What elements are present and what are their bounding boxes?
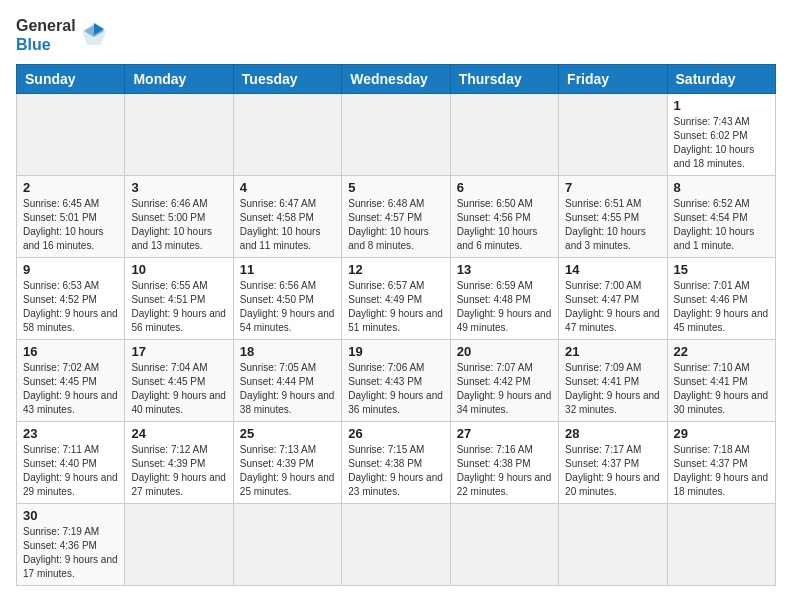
day-number: 26 <box>348 426 443 441</box>
header: General Blue <box>16 16 776 54</box>
calendar-cell: 5Sunrise: 6:48 AM Sunset: 4:57 PM Daylig… <box>342 176 450 258</box>
weekday-header-row: SundayMondayTuesdayWednesdayThursdayFrid… <box>17 65 776 94</box>
calendar-cell <box>342 504 450 586</box>
calendar-cell: 11Sunrise: 6:56 AM Sunset: 4:50 PM Dayli… <box>233 258 341 340</box>
day-info: Sunrise: 6:51 AM Sunset: 4:55 PM Dayligh… <box>565 197 660 253</box>
calendar-cell: 25Sunrise: 7:13 AM Sunset: 4:39 PM Dayli… <box>233 422 341 504</box>
day-info: Sunrise: 7:05 AM Sunset: 4:44 PM Dayligh… <box>240 361 335 417</box>
day-number: 10 <box>131 262 226 277</box>
day-info: Sunrise: 6:56 AM Sunset: 4:50 PM Dayligh… <box>240 279 335 335</box>
calendar-cell <box>125 504 233 586</box>
calendar-cell: 22Sunrise: 7:10 AM Sunset: 4:41 PM Dayli… <box>667 340 775 422</box>
day-info: Sunrise: 7:16 AM Sunset: 4:38 PM Dayligh… <box>457 443 552 499</box>
calendar: SundayMondayTuesdayWednesdayThursdayFrid… <box>16 64 776 586</box>
calendar-cell: 15Sunrise: 7:01 AM Sunset: 4:46 PM Dayli… <box>667 258 775 340</box>
calendar-cell: 14Sunrise: 7:00 AM Sunset: 4:47 PM Dayli… <box>559 258 667 340</box>
day-info: Sunrise: 7:09 AM Sunset: 4:41 PM Dayligh… <box>565 361 660 417</box>
day-number: 7 <box>565 180 660 195</box>
day-info: Sunrise: 7:15 AM Sunset: 4:38 PM Dayligh… <box>348 443 443 499</box>
calendar-cell <box>125 94 233 176</box>
calendar-week-row: 9Sunrise: 6:53 AM Sunset: 4:52 PM Daylig… <box>17 258 776 340</box>
calendar-cell: 7Sunrise: 6:51 AM Sunset: 4:55 PM Daylig… <box>559 176 667 258</box>
day-info: Sunrise: 7:11 AM Sunset: 4:40 PM Dayligh… <box>23 443 118 499</box>
day-number: 20 <box>457 344 552 359</box>
calendar-cell <box>450 504 558 586</box>
day-number: 18 <box>240 344 335 359</box>
weekday-header-friday: Friday <box>559 65 667 94</box>
day-info: Sunrise: 6:55 AM Sunset: 4:51 PM Dayligh… <box>131 279 226 335</box>
day-info: Sunrise: 6:53 AM Sunset: 4:52 PM Dayligh… <box>23 279 118 335</box>
weekday-header-thursday: Thursday <box>450 65 558 94</box>
day-info: Sunrise: 7:12 AM Sunset: 4:39 PM Dayligh… <box>131 443 226 499</box>
day-number: 27 <box>457 426 552 441</box>
day-info: Sunrise: 6:59 AM Sunset: 4:48 PM Dayligh… <box>457 279 552 335</box>
day-info: Sunrise: 7:18 AM Sunset: 4:37 PM Dayligh… <box>674 443 769 499</box>
day-info: Sunrise: 7:19 AM Sunset: 4:36 PM Dayligh… <box>23 525 118 581</box>
calendar-cell: 20Sunrise: 7:07 AM Sunset: 4:42 PM Dayli… <box>450 340 558 422</box>
calendar-cell: 23Sunrise: 7:11 AM Sunset: 4:40 PM Dayli… <box>17 422 125 504</box>
calendar-cell: 27Sunrise: 7:16 AM Sunset: 4:38 PM Dayli… <box>450 422 558 504</box>
day-info: Sunrise: 6:48 AM Sunset: 4:57 PM Dayligh… <box>348 197 443 253</box>
calendar-cell: 12Sunrise: 6:57 AM Sunset: 4:49 PM Dayli… <box>342 258 450 340</box>
calendar-week-row: 2Sunrise: 6:45 AM Sunset: 5:01 PM Daylig… <box>17 176 776 258</box>
calendar-cell: 6Sunrise: 6:50 AM Sunset: 4:56 PM Daylig… <box>450 176 558 258</box>
day-number: 19 <box>348 344 443 359</box>
calendar-cell <box>559 94 667 176</box>
day-info: Sunrise: 6:45 AM Sunset: 5:01 PM Dayligh… <box>23 197 118 253</box>
calendar-cell: 4Sunrise: 6:47 AM Sunset: 4:58 PM Daylig… <box>233 176 341 258</box>
day-number: 24 <box>131 426 226 441</box>
day-number: 29 <box>674 426 769 441</box>
calendar-week-row: 16Sunrise: 7:02 AM Sunset: 4:45 PM Dayli… <box>17 340 776 422</box>
logo: General Blue <box>16 16 108 54</box>
calendar-cell <box>17 94 125 176</box>
calendar-week-row: 1Sunrise: 7:43 AM Sunset: 6:02 PM Daylig… <box>17 94 776 176</box>
logo-flag-icon <box>80 21 108 49</box>
day-number: 28 <box>565 426 660 441</box>
day-number: 11 <box>240 262 335 277</box>
day-number: 23 <box>23 426 118 441</box>
weekday-header-wednesday: Wednesday <box>342 65 450 94</box>
calendar-cell: 8Sunrise: 6:52 AM Sunset: 4:54 PM Daylig… <box>667 176 775 258</box>
day-number: 15 <box>674 262 769 277</box>
day-number: 8 <box>674 180 769 195</box>
calendar-cell: 28Sunrise: 7:17 AM Sunset: 4:37 PM Dayli… <box>559 422 667 504</box>
day-number: 6 <box>457 180 552 195</box>
day-number: 1 <box>674 98 769 113</box>
day-info: Sunrise: 7:06 AM Sunset: 4:43 PM Dayligh… <box>348 361 443 417</box>
day-number: 2 <box>23 180 118 195</box>
day-info: Sunrise: 6:52 AM Sunset: 4:54 PM Dayligh… <box>674 197 769 253</box>
calendar-week-row: 30Sunrise: 7:19 AM Sunset: 4:36 PM Dayli… <box>17 504 776 586</box>
weekday-header-monday: Monday <box>125 65 233 94</box>
calendar-week-row: 23Sunrise: 7:11 AM Sunset: 4:40 PM Dayli… <box>17 422 776 504</box>
day-number: 16 <box>23 344 118 359</box>
day-number: 3 <box>131 180 226 195</box>
day-info: Sunrise: 6:57 AM Sunset: 4:49 PM Dayligh… <box>348 279 443 335</box>
calendar-cell: 3Sunrise: 6:46 AM Sunset: 5:00 PM Daylig… <box>125 176 233 258</box>
day-number: 21 <box>565 344 660 359</box>
calendar-cell <box>233 504 341 586</box>
day-info: Sunrise: 7:01 AM Sunset: 4:46 PM Dayligh… <box>674 279 769 335</box>
day-number: 30 <box>23 508 118 523</box>
day-info: Sunrise: 7:00 AM Sunset: 4:47 PM Dayligh… <box>565 279 660 335</box>
day-number: 22 <box>674 344 769 359</box>
weekday-header-saturday: Saturday <box>667 65 775 94</box>
day-info: Sunrise: 6:50 AM Sunset: 4:56 PM Dayligh… <box>457 197 552 253</box>
calendar-cell <box>450 94 558 176</box>
calendar-cell <box>667 504 775 586</box>
calendar-cell: 9Sunrise: 6:53 AM Sunset: 4:52 PM Daylig… <box>17 258 125 340</box>
calendar-cell: 13Sunrise: 6:59 AM Sunset: 4:48 PM Dayli… <box>450 258 558 340</box>
calendar-cell: 26Sunrise: 7:15 AM Sunset: 4:38 PM Dayli… <box>342 422 450 504</box>
logo-text: General Blue <box>16 16 76 54</box>
calendar-cell: 21Sunrise: 7:09 AM Sunset: 4:41 PM Dayli… <box>559 340 667 422</box>
day-number: 14 <box>565 262 660 277</box>
calendar-cell: 17Sunrise: 7:04 AM Sunset: 4:45 PM Dayli… <box>125 340 233 422</box>
day-number: 25 <box>240 426 335 441</box>
day-number: 5 <box>348 180 443 195</box>
day-info: Sunrise: 6:47 AM Sunset: 4:58 PM Dayligh… <box>240 197 335 253</box>
day-info: Sunrise: 7:02 AM Sunset: 4:45 PM Dayligh… <box>23 361 118 417</box>
day-number: 13 <box>457 262 552 277</box>
calendar-cell: 24Sunrise: 7:12 AM Sunset: 4:39 PM Dayli… <box>125 422 233 504</box>
day-number: 4 <box>240 180 335 195</box>
calendar-cell <box>342 94 450 176</box>
calendar-cell <box>233 94 341 176</box>
